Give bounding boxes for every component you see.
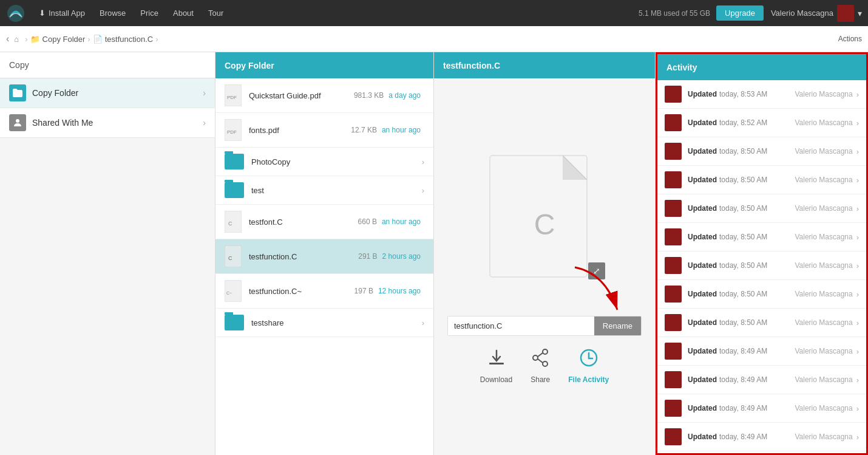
preview-actions: Download Share <box>480 348 609 384</box>
activity-text: Updatedtoday, 8:50 AM <box>688 318 795 327</box>
activity-avatar <box>665 286 682 303</box>
filesize-fonts: 12.7 KB <box>351 126 377 134</box>
file-item-quickstart[interactable]: PDF Quickstart Guide.pdf 981.3 KB a day … <box>215 78 433 113</box>
activity-item[interactable]: Updatedtoday, 8:50 AM Valerio Mascagna › <box>657 166 866 194</box>
sidebar-item-copy-folder[interactable]: Copy Folder › <box>0 78 215 108</box>
activity-text: Updatedtoday, 8:50 AM <box>688 290 795 298</box>
breadcrumb-copy-folder[interactable]: 📁 Copy Folder <box>30 35 86 44</box>
folder-item-testshare[interactable]: testshare › <box>215 309 433 337</box>
sidebar-item-shared-with-me[interactable]: Shared With Me › <box>0 108 215 138</box>
chevron-right-icon: › <box>856 233 859 242</box>
upgrade-button[interactable]: Upgrade <box>716 5 764 21</box>
file-item-testfont[interactable]: C testfont.C 660 B an hour ago <box>215 205 433 239</box>
file-icon: 📄 <box>93 35 103 44</box>
activity-item[interactable]: Updatedtoday, 8:50 AM Valerio Mascagna › <box>657 280 866 309</box>
logo[interactable] <box>6 4 25 23</box>
download-label: Download <box>480 375 512 384</box>
activity-item[interactable]: Updatedtoday, 8:49 AM Valerio Mascagna › <box>657 451 866 453</box>
about-nav-item[interactable]: About <box>173 9 194 18</box>
folder-item-test[interactable]: test › <box>215 176 433 205</box>
file-activity-label: File Activity <box>568 375 609 384</box>
activity-item[interactable]: Updatedtoday, 8:49 AM Valerio Mascagna › <box>657 394 866 423</box>
activity-item[interactable]: Updatedtoday, 8:49 AM Valerio Mascagna › <box>657 337 866 366</box>
activity-item[interactable]: Updatedtoday, 8:50 AM Valerio Mascagna › <box>657 309 866 337</box>
home-button[interactable]: ⌂ <box>14 35 19 44</box>
svg-point-17 <box>533 355 538 360</box>
activity-user: Valerio Mascagna <box>795 233 852 241</box>
actions-dropdown[interactable]: Actions <box>838 35 862 43</box>
tour-nav-item[interactable]: Tour <box>208 9 223 18</box>
activity-panel: Activity Updatedtoday, 8:53 AM Valerio M… <box>656 52 868 455</box>
activity-text: Updatedtoday, 8:52 AM <box>688 118 795 127</box>
foldername-testshare: testshare <box>251 318 422 327</box>
download-icon: ⬇ <box>39 9 46 18</box>
breadcrumb-separator: › <box>25 35 27 44</box>
chevron-right-icon: › <box>856 290 859 299</box>
activity-avatar <box>665 228 682 245</box>
install-app-button[interactable]: ⬇ Install App <box>39 9 85 18</box>
file-item-testfunction[interactable]: C testfunction.C 291 B 2 hours ago <box>215 239 433 274</box>
browse-nav-item[interactable]: Browse <box>100 9 126 18</box>
activity-item[interactable]: Updatedtoday, 8:50 AM Valerio Mascagna › <box>657 251 866 280</box>
main-layout: Copy Copy Folder › Shared With Me › Copy… <box>0 52 868 455</box>
activity-text: Updatedtoday, 8:53 AM <box>688 90 795 98</box>
top-navigation: ⬇ Install App Browse Price About Tour 5.… <box>0 0 868 26</box>
shared-with-me-label: Shared With Me <box>32 118 203 128</box>
activity-item[interactable]: Updatedtoday, 8:52 AM Valerio Mascagna › <box>657 109 866 137</box>
file-activity-action[interactable]: File Activity <box>568 348 609 384</box>
breadcrumb-testfunction[interactable]: 📄 testfunction.C <box>93 35 154 44</box>
price-nav-item[interactable]: Price <box>140 9 158 18</box>
filesize-quickstart: 981.3 KB <box>354 91 384 100</box>
share-label: Share <box>531 375 550 384</box>
activity-text: Updatedtoday, 8:50 AM <box>688 261 795 270</box>
activity-item[interactable]: Updatedtoday, 8:50 AM Valerio Mascagna › <box>657 137 866 166</box>
activity-item[interactable]: Updatedtoday, 8:50 AM Valerio Mascagna › <box>657 194 866 223</box>
preview-header: testfunction.C <box>434 52 655 78</box>
filedate-testfunction-tilde: 12 hours ago <box>378 287 421 295</box>
svg-rect-6 <box>225 211 242 233</box>
folder-item-photocopy[interactable]: PhotoCopy › <box>215 148 433 176</box>
activity-user: Valerio Mascagna <box>795 375 852 384</box>
chevron-right-icon: › <box>856 204 859 213</box>
filedate-fonts: an hour ago <box>382 126 421 134</box>
activity-user: Valerio Mascagna <box>795 90 852 98</box>
filename-testfunction: testfunction.C <box>249 252 358 261</box>
filesize-testfont: 660 B <box>358 217 377 226</box>
clock-icon <box>579 348 598 372</box>
download-action[interactable]: Download <box>480 348 512 384</box>
chevron-right-icon: › <box>856 261 859 270</box>
activity-avatar <box>665 400 682 417</box>
share-action[interactable]: Share <box>531 348 550 384</box>
activity-text: Updatedtoday, 8:50 AM <box>688 176 795 184</box>
svg-point-1 <box>16 119 19 123</box>
activity-list: Updatedtoday, 8:53 AM Valerio Mascagna ›… <box>657 80 866 453</box>
filename-quickstart: Quickstart Guide.pdf <box>249 91 354 100</box>
rename-button[interactable]: Rename <box>594 316 641 335</box>
activity-item[interactable]: Updatedtoday, 8:49 AM Valerio Mascagna › <box>657 423 866 451</box>
expand-button[interactable]: ⤢ <box>588 262 605 279</box>
svg-text:C: C <box>228 221 232 227</box>
person-icon <box>9 114 26 131</box>
activity-text: Updatedtoday, 8:49 AM <box>688 433 795 441</box>
activity-item[interactable]: Updatedtoday, 8:53 AM Valerio Mascagna › <box>657 80 866 109</box>
avatar <box>837 5 854 22</box>
file-item-fonts[interactable]: PDF fonts.pdf 12.7 KB an hour ago <box>215 113 433 148</box>
back-button[interactable]: ‹ <box>6 33 9 44</box>
file-item-testfunction-tilde[interactable]: C~ testfunction.C~ 197 B 12 hours ago <box>215 274 433 309</box>
activity-avatar <box>665 314 682 331</box>
user-menu[interactable]: Valerio Mascagna ▾ <box>771 5 862 22</box>
mid-panel: Copy Folder PDF Quickstart Guide.pdf 981… <box>215 52 434 455</box>
svg-point-18 <box>543 361 548 366</box>
activity-item[interactable]: Updatedtoday, 8:49 AM Valerio Mascagna › <box>657 366 866 394</box>
activity-text: Updatedtoday, 8:49 AM <box>688 404 795 412</box>
filename-input[interactable] <box>448 316 594 335</box>
activity-user: Valerio Mascagna <box>795 147 852 156</box>
activity-item[interactable]: Updatedtoday, 8:50 AM Valerio Mascagna › <box>657 223 866 251</box>
activity-user: Valerio Mascagna <box>795 347 852 355</box>
folder-icon-testshare <box>225 315 244 330</box>
chevron-right-icon-test: › <box>422 186 424 195</box>
activity-text: Updatedtoday, 8:49 AM <box>688 375 795 384</box>
c-file-icon-3: C~ <box>225 280 242 302</box>
filedate-quickstart: a day ago <box>388 91 421 100</box>
activity-avatar <box>665 343 682 360</box>
